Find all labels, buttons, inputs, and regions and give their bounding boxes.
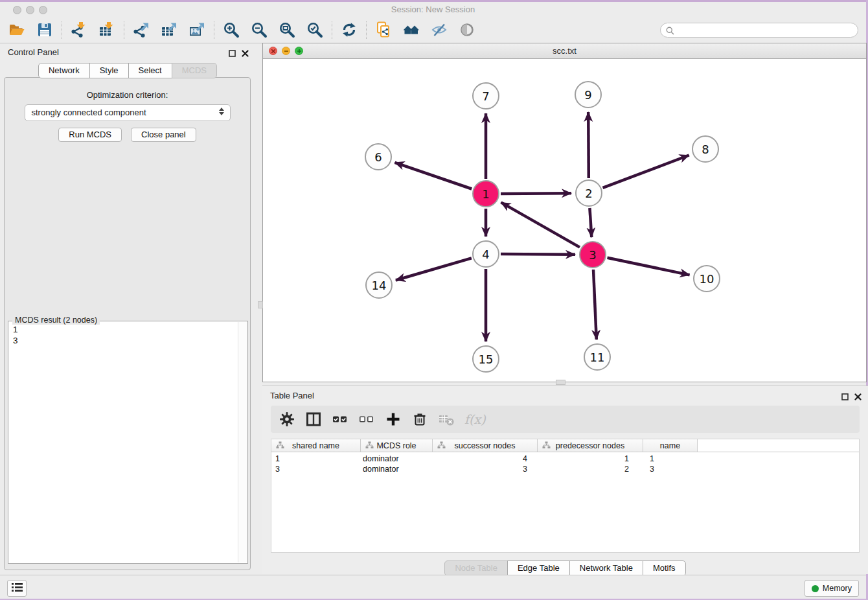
column-header-name[interactable]: name: [643, 439, 698, 452]
close-table-panel-icon[interactable]: [854, 391, 862, 398]
graph-edge-3-10[interactable]: [608, 258, 690, 275]
select-all-checks-icon[interactable]: [332, 411, 348, 428]
tab-network[interactable]: Network: [38, 63, 90, 78]
criterion-select[interactable]: strongly connected component: [25, 104, 231, 121]
zoom-out-icon[interactable]: [251, 21, 268, 38]
graph-edge-4-14[interactable]: [396, 258, 472, 280]
task-history-button[interactable]: [7, 580, 27, 597]
graph-edge-2-9[interactable]: [588, 112, 589, 178]
graph-node-11[interactable]: 11: [584, 343, 611, 371]
toolbar-group: [62, 21, 124, 39]
graph-edge-2-3[interactable]: [589, 208, 591, 237]
zoom-in-icon[interactable]: [223, 21, 240, 38]
toolbar-group: [214, 21, 332, 39]
export-image-icon[interactable]: [188, 21, 205, 38]
graph-edge-3-1[interactable]: [501, 202, 580, 247]
column-header-successor-nodes[interactable]: successor nodes: [433, 439, 538, 452]
zoom-selected-icon[interactable]: [306, 21, 323, 38]
table-cell[interactable]: dominator: [361, 465, 433, 474]
graph-node-4[interactable]: 4: [472, 240, 499, 268]
delete-column-icon[interactable]: [411, 411, 428, 428]
table-cell[interactable]: 2: [538, 465, 643, 474]
graph-edge-4-3[interactable]: [501, 254, 575, 255]
export-table-icon[interactable]: [161, 21, 177, 38]
tab-motifs[interactable]: Motifs: [643, 560, 686, 576]
network-canvas[interactable]: 7968124314101511: [263, 59, 866, 382]
mcds-result-text[interactable]: 13: [13, 324, 237, 562]
result-scrollbar[interactable]: [238, 322, 247, 562]
graph-node-3[interactable]: 3: [579, 241, 606, 268]
graph-node-8[interactable]: 8: [692, 135, 719, 163]
memory-button[interactable]: Memory: [805, 580, 859, 597]
tab-style[interactable]: Style: [89, 63, 129, 78]
column-header-predecessor-nodes[interactable]: predecessor nodes: [538, 439, 643, 452]
column-header-shared-name[interactable]: shared name: [271, 439, 361, 452]
graph-node-7[interactable]: 7: [472, 82, 499, 110]
table-row[interactable]: 1dominator411: [271, 454, 859, 464]
table-cell[interactable]: 3: [433, 465, 538, 474]
tab-select[interactable]: Select: [128, 63, 172, 78]
home-icon[interactable]: [403, 21, 420, 38]
float-panel-icon[interactable]: [229, 48, 236, 55]
open-session-icon[interactable]: [8, 21, 25, 38]
table-cell[interactable]: 3: [643, 465, 698, 474]
control-panel: Control Panel NetworkStyleSelectMCDS Opt…: [0, 43, 255, 575]
show-eye-icon[interactable]: [459, 21, 475, 38]
splitter-handle-horizontal[interactable]: [556, 380, 565, 385]
toolbar-group: [332, 21, 366, 39]
graph-node-10[interactable]: 10: [693, 265, 720, 292]
tab-network-table[interactable]: Network Table: [569, 560, 643, 576]
import-network-icon[interactable]: [71, 21, 87, 38]
save-session-icon[interactable]: [36, 21, 53, 38]
graph-edge-2-8[interactable]: [603, 156, 689, 188]
split-columns-icon[interactable]: [305, 411, 322, 428]
splitter-handle-vertical[interactable]: [258, 301, 263, 308]
hierarchy-icon: [542, 441, 551, 449]
toolbar-group: [366, 21, 484, 39]
import-table-icon[interactable]: [98, 21, 115, 38]
clone-documents-icon[interactable]: [375, 21, 392, 38]
close-panel-icon[interactable]: [242, 48, 249, 55]
float-table-panel-icon[interactable]: [841, 391, 849, 398]
network-view-window: scc.txt 7968124314101511: [262, 43, 867, 382]
graph-node-9[interactable]: 9: [575, 81, 602, 108]
delete-table-icon[interactable]: [438, 411, 455, 428]
table-panel-window-buttons: [841, 391, 862, 398]
graph-edge-1-6[interactable]: [395, 163, 472, 189]
close-panel-button[interactable]: Close panel: [131, 128, 196, 142]
graph-edge-3-11[interactable]: [593, 270, 597, 340]
zoom-fit-icon[interactable]: [279, 21, 295, 38]
graph-node-15[interactable]: 15: [472, 345, 499, 373]
tab-mcds[interactable]: MCDS: [172, 63, 217, 78]
run-mcds-button[interactable]: Run MCDS: [58, 128, 122, 142]
gear-icon[interactable]: [279, 411, 295, 428]
search-input[interactable]: [660, 23, 858, 38]
hierarchy-icon: [437, 441, 446, 449]
tab-edge-table[interactable]: Edge Table: [507, 560, 570, 576]
table-cell[interactable]: 1: [271, 454, 361, 463]
add-column-icon[interactable]: [385, 411, 402, 428]
graph-node-6[interactable]: 6: [365, 143, 392, 170]
table-body: 1dominator4113dominator323: [271, 454, 859, 474]
table-cell[interactable]: 3: [271, 465, 361, 474]
table-row[interactable]: 3dominator323: [271, 464, 859, 474]
graph-node-14[interactable]: 14: [365, 271, 393, 299]
graph-edge-1-2[interactable]: [501, 193, 571, 194]
clear-checks-icon[interactable]: [358, 411, 375, 428]
window-title: Session: New Session: [0, 5, 866, 14]
node-table: shared nameMCDS rolesuccessor nodesprede…: [271, 439, 860, 553]
table-cell[interactable]: 1: [643, 454, 698, 463]
table-cell[interactable]: dominator: [361, 454, 433, 463]
table-panel: Table Panel f(x) shared nameMCDS rolesuc…: [262, 386, 868, 574]
graph-node-1[interactable]: 1: [472, 180, 499, 207]
function-builder-icon[interactable]: f(x): [464, 411, 486, 428]
graph-node-2[interactable]: 2: [575, 179, 602, 207]
table-cell[interactable]: 1: [538, 454, 643, 463]
export-network-icon[interactable]: [133, 21, 150, 38]
table-cell[interactable]: 4: [433, 454, 538, 463]
column-header-MCDS-role[interactable]: MCDS role: [361, 439, 433, 452]
tab-node-table[interactable]: Node Table: [444, 560, 508, 576]
hide-eye-icon[interactable]: [431, 21, 448, 38]
refresh-view-icon[interactable]: [341, 21, 358, 38]
table-panel-title: Table Panel: [270, 391, 314, 400]
